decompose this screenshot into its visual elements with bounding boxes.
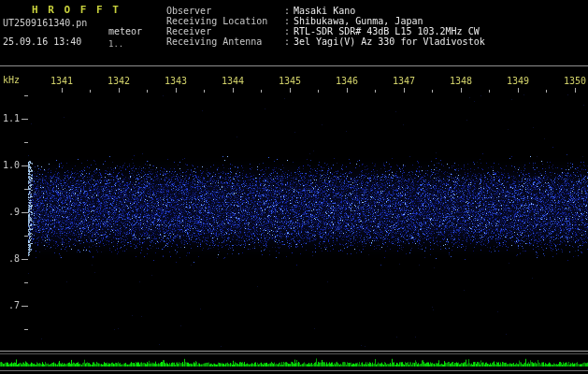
- time-tick-label: 1342: [108, 76, 130, 86]
- info-label: Receiver: [166, 26, 284, 36]
- progress-indicator: 1..: [108, 39, 123, 49]
- freq-tick-label: 1.0: [0, 160, 20, 170]
- info-row: Receiving Antenna:3el Yagi(V) Az 330 for…: [166, 36, 485, 47]
- info-row: Observer:Masaki Kano: [166, 6, 485, 16]
- station-info-block: Observer:Masaki KanoReceiving Location:S…: [166, 6, 485, 47]
- info-row: Receiver:RTL-SDR SDR# 43dB L15 103.2MHz …: [166, 26, 485, 36]
- time-tick-label: 1341: [50, 76, 73, 86]
- info-value: Shibukawa, Gunma, Japan: [294, 16, 423, 26]
- time-tick-label: 1349: [507, 76, 529, 86]
- time-tick-label: 1343: [165, 76, 187, 86]
- freq-tick-label: .9: [0, 207, 20, 217]
- info-colon: :: [284, 16, 294, 26]
- hrofft-screen: H R O F F T UT2509161340.pn meteor 25.09…: [0, 0, 588, 374]
- freq-unit-label: kHz: [3, 75, 20, 85]
- freq-tick-label: 1.1: [0, 113, 20, 123]
- time-tick-label: 1347: [393, 76, 415, 86]
- date-time-label: 25.09.16 13:40: [3, 36, 81, 47]
- time-tick-label: 1345: [279, 76, 301, 86]
- freq-tick-label: .7: [0, 300, 20, 310]
- output-filename: UT2509161340.pn: [3, 18, 87, 28]
- time-tick-label: 1350: [564, 76, 586, 86]
- info-label: Receiving Location: [166, 16, 284, 26]
- info-colon: :: [284, 6, 294, 16]
- info-label: Observer: [166, 6, 284, 16]
- info-row: Receiving Location:Shibukawa, Gunma, Jap…: [166, 16, 485, 26]
- time-tick-label: 1344: [222, 76, 244, 86]
- info-label: Receiving Antenna: [166, 36, 284, 47]
- info-colon: :: [284, 36, 294, 47]
- spectrogram-canvas: [0, 0, 588, 374]
- freq-tick-label: .8: [0, 253, 20, 264]
- app-title: H R O F F T: [32, 4, 121, 16]
- station-code: meteor: [108, 26, 142, 36]
- info-value: RTL-SDR SDR# 43dB L15 103.2MHz CW: [294, 26, 480, 36]
- info-value: 3el Yagi(V) Az 330 for Vladivostok: [294, 36, 485, 47]
- time-tick-label: 1348: [450, 76, 472, 86]
- time-tick-label: 1346: [336, 76, 358, 86]
- info-colon: :: [284, 26, 294, 36]
- info-value: Masaki Kano: [294, 6, 355, 16]
